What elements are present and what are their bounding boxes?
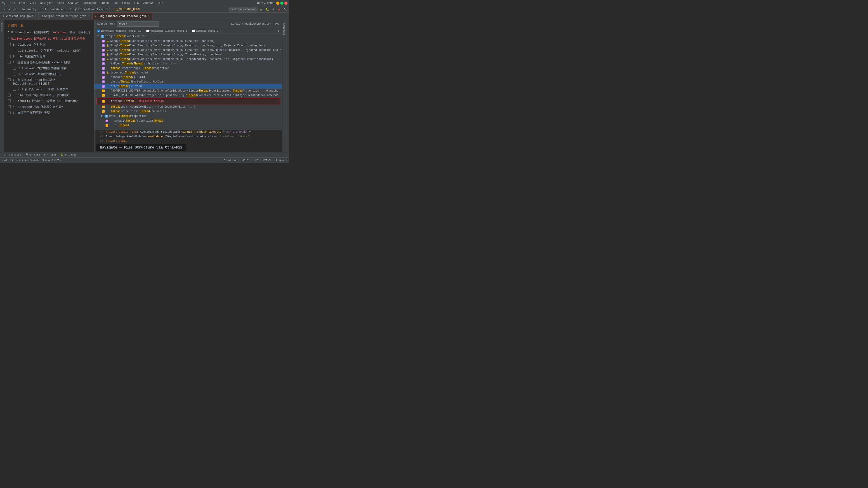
breadcrumb-netty[interactable]: netty [28, 8, 36, 11]
tab-close-singlethreadeventexecutor[interactable]: × [148, 15, 149, 18]
checkbox-1-1[interactable] [13, 49, 16, 52]
breadcrumb-io[interactable]: io [22, 8, 25, 11]
tab-bar: J NioEventLoop.java × J SingleThreadEven… [0, 13, 289, 20]
section-1: 1. selector 何时创建 [8, 43, 91, 47]
tab-icon-singlethreadeventexecutor: J [95, 15, 96, 18]
menu-item-window[interactable]: Window [141, 1, 154, 5]
result-text-12: PROPERTIES_UPDATER: AtomicReferenceField… [111, 89, 278, 92]
checkbox-4-1[interactable] [13, 88, 16, 91]
checkbox-3-1[interactable] [13, 67, 16, 70]
result-item-threadprops-field[interactable]: f threadProperties: ThreadProperties [94, 109, 282, 114]
menu-item-build[interactable]: Build [99, 1, 111, 5]
result-text-6: inEventThread(Thread): boolean IEventExe… [111, 62, 184, 65]
tab-nioeventloop[interactable]: J NioEventLoop.java × [0, 13, 39, 20]
search-options: Inherited members (Ctrl+F12) Anonymous C… [94, 28, 282, 34]
breadcrumb-util[interactable]: util [40, 8, 46, 11]
structure-sidebar-label[interactable]: Structure [283, 22, 286, 36]
right-scrollbar[interactable] [286, 20, 289, 152]
bullet-icon-1: • [8, 30, 9, 34]
menu-item-vcs[interactable]: VCS [132, 1, 141, 5]
field-icon-13: f [102, 94, 105, 97]
result-item-properties-updater[interactable]: f PROPERTIES_UPDATER: AtomicReferenceFie… [94, 89, 282, 93]
result-item-thread-member[interactable]: f thread: Thread 找成员变量 thread [96, 98, 280, 104]
anonymous-classes-option[interactable]: Anonymous Classes (Ctrl+I) [146, 30, 189, 32]
debug-tab[interactable]: 🐛 5: Debug [59, 153, 78, 157]
checkbox-7[interactable] [8, 105, 11, 108]
find-tab[interactable]: 🔍 3: Find [24, 153, 42, 157]
tab-close-nioeventloop[interactable]: × [34, 15, 36, 18]
menu-item-view[interactable]: View [28, 1, 38, 5]
menu-item-run[interactable]: Run [111, 1, 120, 5]
menu-item-file[interactable]: File [7, 1, 17, 5]
maximize-button[interactable]: □ [280, 2, 283, 5]
event-log-link[interactable]: Event Log [224, 159, 237, 162]
result-item-interruptthread[interactable]: m 🔒 interruptThread(): void [94, 70, 282, 75]
line-separator: LF [255, 159, 258, 162]
inherited-members-option[interactable]: Inherited members (Ctrl+F12) [97, 30, 143, 32]
breadcrumb-class[interactable]: SingleThreadEventExecutor [69, 8, 110, 11]
checkbox-8[interactable] [8, 111, 11, 114]
favorites-number: 2: [4, 153, 6, 156]
run-button[interactable]: ▶ [259, 7, 264, 12]
run-tab[interactable]: ▶ 4: Run [43, 153, 58, 157]
coverage-button[interactable]: ☂ [271, 7, 276, 12]
result-item-threadprops[interactable]: m threadProperties(): ThreadProperties [94, 66, 282, 70]
close-button[interactable]: × [284, 2, 287, 5]
status-bar: ✓ All files are up-to-date (today 21:25)… [0, 157, 289, 163]
debug-label: 5: Debug [64, 153, 76, 156]
result-item-constructor-1[interactable]: m 🔒 SingleThreadEventExecutor(EventExecu… [94, 39, 282, 43]
debug-button[interactable]: 🐛 [265, 7, 270, 12]
field-icon-15: f [102, 110, 105, 113]
result-item-ensurethreadstarted[interactable]: m ensureThreadStarted(int): boolean [94, 80, 282, 84]
favorites-label[interactable]: 2: Favorites [2, 153, 23, 157]
result-item-ineventthread[interactable]: m inEventThread(Thread): boolean IEventE… [94, 61, 282, 66]
search-settings-icon[interactable]: ⚙ [278, 29, 279, 33]
tab-close-singlethreadeventloop[interactable]: × [88, 15, 89, 18]
result-item-constructor-3[interactable]: m 🔒 SingleThreadEventExecutor(EventExecu… [94, 48, 282, 53]
result-text-10: ensureThreadStarted(int): boolean [111, 80, 164, 83]
stop-button[interactable]: ■ [277, 7, 282, 12]
class-name: SingleThreadEventExecutor [105, 35, 146, 38]
result-text-13: STATE_UPDATER: AtomicIntegerFieldUpdater… [111, 94, 278, 97]
result-item-constructor-5[interactable]: m 🔒 SingleThreadEventExecutor(EventExecu… [94, 57, 282, 61]
result-subclass-header[interactable]: ▼ C DefaultThreadProperties [98, 114, 282, 119]
result-item-state-updater[interactable]: f STATE_UPDATER: AtomicIntegerFieldUpdat… [94, 93, 282, 98]
tab-singlethreadeventexecutor[interactable]: J SingleThreadEventExecutor.java × [92, 13, 152, 20]
project-sidebar-label[interactable]: Project [0, 22, 4, 33]
checkbox-5[interactable] [8, 94, 11, 96]
checkbox-6[interactable] [8, 99, 11, 102]
checkbox-4[interactable] [8, 79, 11, 81]
result-item-t-thread[interactable]: f t: Thread [94, 123, 282, 128]
menu-item-help[interactable]: Help [155, 1, 165, 5]
lock-icon-5: 🔒 [106, 58, 109, 61]
result-item-threadlock[interactable]: f threadLock: CountDownLatch = new Count… [94, 105, 282, 109]
menu-item-edit[interactable]: Edit [18, 1, 28, 5]
result-class-header[interactable]: ▼ C SingleThreadEventExecutor [94, 34, 282, 39]
check-icon: ✓ [2, 159, 3, 162]
build-button[interactable]: 🔨 [283, 7, 287, 12]
left-sidebar: Project [0, 20, 4, 152]
result-item-defaultthreadprops-constructor[interactable]: m DefaultThreadProperties(Thread) [94, 119, 282, 123]
result-item-startthread[interactable]: m startThread(): void [94, 84, 282, 89]
run-controls: TestSourceServer ▶ 🐛 ☂ ■ 🔨 [228, 7, 287, 12]
checkbox-1[interactable] [8, 43, 11, 46]
lambdas-option[interactable]: Lambdas (Ctrl+L) [192, 30, 220, 32]
result-item-constructor-4[interactable]: m 🔒 SingleThreadEventExecutor(EventExecu… [94, 53, 282, 57]
tab-singlethreadeventloop[interactable]: J SingleThreadEventLoop.java × [39, 13, 92, 20]
search-input[interactable] [117, 21, 159, 27]
menu-item-code[interactable]: Code [56, 1, 66, 5]
menu-item-tools[interactable]: Tools [120, 1, 132, 5]
menu-item-refactor[interactable]: Refactor [82, 1, 98, 5]
checkbox-3-2[interactable] [13, 72, 16, 75]
breadcrumb-concurrent[interactable]: concurrent [50, 8, 66, 11]
menu-item-analyze[interactable]: Analyze [66, 1, 81, 5]
menu-item-navigate[interactable]: Navigate [38, 1, 55, 5]
checkbox-2[interactable] [8, 55, 11, 58]
minimize-button[interactable]: – [276, 2, 279, 5]
breadcrumb-jar[interactable]: .Final.jar [2, 8, 18, 11]
checkbox-3[interactable] [8, 61, 11, 64]
breadcrumb-field[interactable]: ST_SHUTTING_DOWN [114, 8, 140, 11]
result-item-constructor-2[interactable]: m 🔒 SingleThreadEventExecutor(EventExecu… [94, 43, 282, 48]
section-3-label: 3. 提交普通任务会不会结束 select 阻塞 [12, 60, 70, 64]
result-item-dostartthread[interactable]: m doStartThread(): void [94, 75, 282, 80]
